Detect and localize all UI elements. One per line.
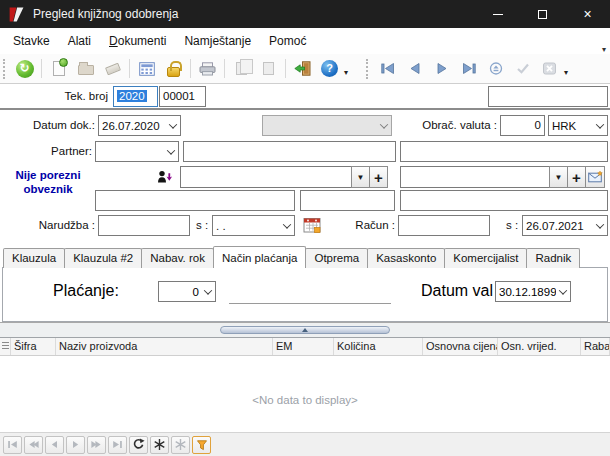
narudzba-date-combo[interactable]: . . [212,215,295,236]
toolbar-grip[interactable] [3,59,8,79]
address-street-field[interactable] [95,190,295,211]
menu-stavke[interactable]: Stavke [4,30,59,52]
grid-col-osn-vrijed[interactable]: Osn. vrijed. [498,338,581,355]
contact-add-button[interactable]: + [369,166,388,188]
tab-nabav-rok[interactable]: Nabav. rok [141,248,214,268]
erase-button[interactable] [100,56,125,81]
chevron-down-icon[interactable] [201,289,215,295]
refresh-button[interactable]: ↻ [12,56,37,81]
partner-name2-field[interactable] [400,141,608,162]
toolbar-grip[interactable] [366,59,371,79]
racun-label: Račun : [345,218,395,232]
address-add-button[interactable]: + [567,166,586,188]
menu-pomoc[interactable]: Pomoć [260,30,315,52]
tek-broj-year-field[interactable]: 2020 [113,86,158,107]
header-right-field[interactable] [488,86,608,107]
send-mail-button[interactable] [585,166,605,188]
maximize-button[interactable] [520,0,565,28]
calendar-button[interactable] [302,215,322,234]
grid-col-rabat[interactable]: Rabat [581,338,610,355]
partner-code-combo[interactable] [95,141,179,162]
currency-combo[interactable]: HRK [548,115,608,136]
menu-alati[interactable]: Alati [59,30,100,52]
racun-field[interactable] [398,215,490,236]
grid-col-sifra[interactable]: Šifra [11,338,56,355]
address-zip-field[interactable] [300,190,395,211]
chevron-down-icon[interactable] [593,123,607,129]
address-city-field[interactable] [400,190,608,211]
nav-eject-button[interactable] [483,56,508,81]
grid-col-osnovna-cijena[interactable]: Osnovna cijena [423,338,498,355]
address-dropdown-button[interactable]: ▼ [549,166,568,188]
rn-next-page-button[interactable] [87,436,106,454]
racun-date-combo[interactable]: 26.07.2021 [522,215,608,236]
nav-first-button[interactable] [375,56,400,81]
rn-insert-button[interactable] [150,436,169,454]
chevron-down-icon[interactable] [164,149,178,155]
calculator-button[interactable] [134,56,159,81]
placanje-combo[interactable]: 0 [158,281,216,302]
grid-col-kolicina[interactable]: Količina [334,338,423,355]
help-button[interactable]: ? [317,56,342,81]
minimize-button[interactable] [475,0,520,28]
splitter-grip[interactable] [220,326,390,334]
chevron-down-icon[interactable] [166,123,180,129]
nav-next-button[interactable] [429,56,454,81]
rn-refresh-button[interactable] [129,436,148,454]
tax-note-line1: Nije porezni [15,169,80,181]
menu-overflow-icon[interactable]: ▾ [602,45,610,54]
nav-last-button[interactable] [456,56,481,81]
contact-person-button[interactable] [154,168,174,185]
nav-prior-button[interactable] [402,56,427,81]
payment-desc-underline[interactable] [229,303,391,304]
narudzba-field[interactable] [98,215,190,236]
rn-first-button[interactable] [3,436,22,454]
tab-kasaskonto[interactable]: Kasaskonto [367,248,445,268]
tek-broj-number-field[interactable]: 00001 [159,86,206,107]
contact-field[interactable] [180,166,352,188]
rn-last-button[interactable] [108,436,127,454]
tab-komercijalist[interactable]: Komercijalist [444,248,527,268]
contact-dropdown-button[interactable]: ▼ [351,166,370,188]
toolbar-more-icon[interactable]: ▾ [344,68,348,77]
paste-button[interactable] [256,56,281,81]
exit-button[interactable] [290,56,315,81]
narudzba-label: Narudžba : [30,218,95,232]
tab-otprema[interactable]: Otprema [305,248,368,268]
grid-col-naziv-proizvoda[interactable]: Naziv proizvoda [56,338,273,355]
open-button[interactable] [73,56,98,81]
tab-klauzula[interactable]: Klauzula [3,248,65,268]
tab-klauzula-2[interactable]: Klauzula #2 [64,248,142,268]
chevron-down-icon[interactable] [280,223,294,229]
chevron-down-icon[interactable] [556,289,570,295]
datum-val-combo[interactable]: 30.12.1899 [495,281,571,302]
rn-next-button[interactable] [66,436,85,454]
contact-combo-group: ▼ + [180,166,388,188]
tab-nacin-placanja[interactable]: Način plaćanja [213,246,306,268]
address-field[interactable] [400,166,550,188]
rn-filter-button[interactable] [192,436,211,454]
grid-col-em[interactable]: EM [273,338,334,355]
rn-prior-page-button[interactable] [24,436,43,454]
chevron-down-icon[interactable] [593,223,607,229]
toolbar-more-icon[interactable]: ▾ [564,68,568,77]
horizontal-splitter [0,322,610,338]
menu-dokumenti[interactable]: Dokumenti [100,30,175,52]
new-document-button[interactable] [46,56,71,81]
lock-button[interactable] [161,56,186,81]
menu-namjestanje[interactable]: Namještanje [175,30,260,52]
rn-delete-button[interactable] [171,436,190,454]
partner-name-field[interactable] [183,141,396,162]
toolbar-separator [129,59,130,78]
obrac-valuta-amount-field[interactable]: 0 [500,115,545,136]
close-button[interactable]: × [565,0,610,28]
tab-radnik[interactable]: Radnik [526,248,580,268]
rn-prior-button[interactable] [45,436,64,454]
copy-button[interactable] [229,56,254,81]
last-icon [111,438,124,451]
print-button[interactable] [195,56,220,81]
accept-button[interactable] [510,56,535,81]
datum-dok-combo[interactable]: 26.07.2020 [98,115,181,136]
grid-indicator-cell[interactable] [0,338,11,355]
cancel-button[interactable] [537,56,562,81]
